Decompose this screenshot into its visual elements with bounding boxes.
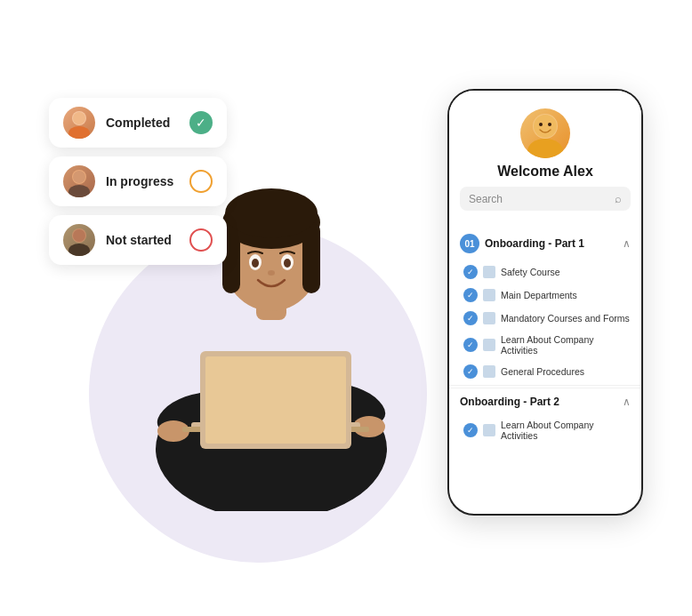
course-name-6: Learn About Company Activities	[501, 420, 631, 441]
status-card-not-started: Not started	[49, 215, 227, 265]
course-icon-3	[483, 312, 495, 324]
svg-point-14	[225, 188, 318, 238]
section-1-header: 01 Onboarding - Part 1 ∧	[449, 227, 641, 260]
section-2-header: Onboarding - Part 2 ∧	[449, 388, 641, 415]
section-1-title: Onboarding - Part 1	[485, 237, 623, 250]
status-cards-container: Completed ✓ In progress Not started	[49, 98, 227, 265]
check-5: ✓	[463, 364, 478, 379]
check-6: ✓	[463, 423, 478, 437]
completed-icon: ✓	[189, 111, 213, 134]
svg-point-21	[68, 126, 90, 139]
course-icon-1	[483, 266, 495, 278]
svg-rect-13	[302, 222, 320, 293]
phone-inner: Welcome Alex Search ⌕ 01 Onboarding - Pa…	[449, 91, 641, 514]
in-progress-label: In progress	[106, 174, 179, 188]
avatar-not-started	[63, 224, 95, 256]
course-item-3: ✓ Mandatory Courses and Forms	[449, 307, 641, 330]
phone-header: Welcome Alex Search ⌕	[449, 91, 641, 227]
svg-point-30	[527, 139, 563, 158]
check-2: ✓	[463, 288, 478, 302]
not-started-label: Not started	[106, 233, 179, 247]
status-card-in-progress: In progress	[49, 156, 227, 206]
course-item-4: ✓ Learn About Company Activities	[449, 330, 641, 360]
section-divider	[449, 385, 641, 386]
section-2-title: Onboarding - Part 2	[460, 396, 623, 408]
course-icon-6	[483, 424, 495, 436]
section-1-chevron: ∧	[623, 237, 631, 250]
course-icon-4	[483, 339, 495, 351]
svg-point-22	[73, 112, 85, 124]
check-4: ✓	[463, 338, 478, 352]
svg-point-33	[548, 123, 551, 126]
phone-mockup: Welcome Alex Search ⌕ 01 Onboarding - Pa…	[447, 89, 643, 516]
course-icon-5	[483, 365, 495, 378]
section-1-badge: 01	[460, 234, 479, 253]
not-started-icon	[189, 228, 213, 252]
avatar-in-progress	[63, 165, 95, 197]
svg-point-32	[539, 123, 543, 126]
course-name-1: Safety Course	[501, 267, 560, 277]
phone-content: 01 Onboarding - Part 1 ∧ ✓ Safety Course…	[449, 227, 641, 514]
avatar-completed	[63, 107, 95, 139]
course-name-5: General Procedures	[501, 366, 584, 377]
svg-rect-8	[205, 356, 346, 444]
status-card-completed: Completed ✓	[49, 98, 227, 148]
in-progress-icon	[189, 170, 213, 193]
completed-label: Completed	[106, 116, 179, 130]
course-item-2: ✓ Main Departments	[449, 284, 641, 307]
svg-point-27	[68, 244, 90, 256]
welcome-text: Welcome Alex	[497, 164, 593, 180]
svg-point-19	[268, 270, 275, 276]
svg-point-28	[73, 229, 85, 242]
phone-avatar	[520, 108, 570, 158]
course-name-2: Main Departments	[501, 290, 577, 300]
svg-point-24	[68, 185, 90, 197]
svg-point-31	[534, 115, 557, 138]
course-icon-2	[483, 289, 495, 301]
course-item-5: ✓ General Procedures	[449, 360, 641, 383]
course-item-6: ✓ Learn About Company Activities	[449, 415, 641, 445]
check-3: ✓	[463, 311, 478, 325]
section-2-chevron: ∧	[623, 396, 631, 408]
course-name-4: Learn About Company Activities	[501, 334, 631, 356]
search-icon: ⌕	[615, 192, 622, 205]
course-name-3: Mandatory Courses and Forms	[501, 313, 630, 324]
course-item-1: ✓ Safety Course	[449, 260, 641, 284]
search-bar[interactable]: Search ⌕	[460, 187, 631, 211]
svg-point-25	[73, 171, 85, 183]
svg-point-17	[252, 259, 259, 268]
check-1: ✓	[463, 265, 478, 279]
search-placeholder: Search	[469, 193, 609, 205]
svg-point-18	[284, 259, 291, 268]
